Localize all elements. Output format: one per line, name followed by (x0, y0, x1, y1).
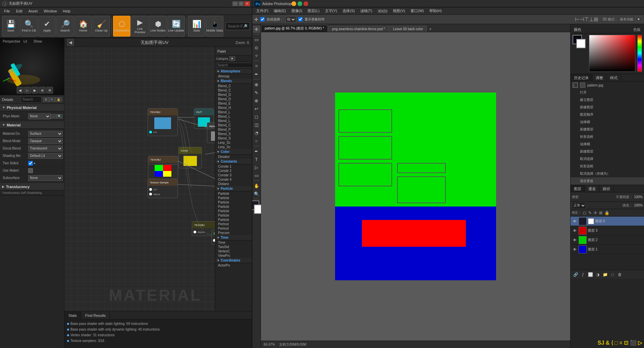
palette-item-vertexc[interactable]: VertexC (215, 249, 252, 253)
layers-blend-select[interactable]: 正常 (572, 202, 586, 209)
details-lock-button[interactable]: 🔒 (55, 97, 62, 102)
history-item-6[interactable]: 新建图层 (571, 126, 644, 133)
search-help-input[interactable] (228, 24, 243, 28)
ps-menu-text[interactable]: 文字(Y) (322, 8, 340, 14)
history-item-12[interactable]: 取消选择（存储为） (571, 170, 644, 177)
stamp-tool[interactable]: ⊗ (253, 97, 260, 104)
palette-item-atmosp[interactable]: Atmosp (215, 74, 252, 78)
phys-mater-select[interactable]: None (28, 113, 51, 119)
ps-menu-window[interactable]: 窗口(W) (408, 8, 427, 14)
save-button[interactable]: 💾 Save (2, 16, 19, 37)
color-fg-bg[interactable] (573, 35, 586, 48)
palette-item-blend2[interactable]: Blend_C (215, 88, 252, 93)
lock-transparent-icon[interactable]: ◻ (583, 211, 586, 215)
palette-item-particle7[interactable]: Particle (215, 218, 252, 222)
palette-cat-time[interactable]: ▼ Time (215, 235, 252, 240)
palette-item-viewprc[interactable]: ViewPrc (215, 253, 252, 258)
palette-item-const1[interactable]: Conste 1 (215, 164, 252, 169)
new-group-button[interactable]: 📁 (602, 272, 608, 278)
history-item-11[interactable]: 矩形选框 (571, 163, 644, 170)
palette-item-blend7[interactable]: Blend_L (215, 110, 252, 114)
layers-tab[interactable]: 图层 (571, 185, 585, 192)
zoom-tool[interactable]: 🔍 (253, 190, 260, 197)
material-header[interactable]: ▼ Material (0, 121, 64, 129)
layer-eye-2[interactable]: 👁 (572, 237, 577, 243)
palette-item-const4[interactable]: Conste 4 (215, 177, 252, 182)
palette-item-blend9[interactable]: Blend_L (215, 119, 252, 123)
node-texture-sample2[interactable]: TEXOBJ (148, 156, 178, 179)
palette-cat-color[interactable]: ▼ Color (215, 149, 252, 155)
ue-maximize-button[interactable]: □ (238, 1, 244, 6)
palette-item-blend10[interactable]: Blend_C (215, 123, 252, 127)
history-brush-tool[interactable]: ↩ (253, 105, 260, 112)
gradient-tool[interactable]: ◫ (253, 121, 260, 128)
magic-wand-tool[interactable]: ✧ (253, 52, 260, 59)
palette-cat-particle[interactable]: ▼ Particle (215, 186, 252, 191)
eyedropper-tool[interactable]: ✒ (253, 70, 260, 78)
palette-item-lerp2[interactable]: Lerp_Sc (215, 145, 252, 149)
stats-tab[interactable]: Stats (64, 311, 81, 320)
ue-menu-edit[interactable]: Edit (13, 8, 25, 14)
lasso-tool[interactable]: ⊙ (253, 44, 260, 51)
ue-menu-help[interactable]: Help (60, 8, 73, 14)
palette-item-blend4[interactable]: Blend_D (215, 97, 252, 101)
stats-button[interactable]: 📊 Stats (188, 16, 205, 37)
palette-item-precom[interactable]: Precom (215, 231, 252, 235)
delete-layer-button[interactable]: 🗑 (617, 272, 623, 278)
connectors-button[interactable]: ⬡ Connectors (113, 16, 130, 37)
palette-item-const2[interactable]: Conste 2 (215, 169, 252, 173)
lock-artboard-icon[interactable]: ⊞ (599, 211, 602, 215)
graph-nav-back[interactable]: ◀ (67, 39, 74, 46)
auto-select-dropdown[interactable]: 组 (285, 16, 296, 23)
new-fill-button[interactable]: ◑ (595, 272, 601, 278)
add-mask-button[interactable]: ⬜ (587, 272, 593, 278)
ps-menu-view[interactable]: 视图(V) (390, 8, 408, 14)
adjust-tab[interactable]: 调整 (592, 74, 607, 81)
layer-item-3[interactable]: 👁 图层 3 (571, 226, 644, 235)
viewport-ctrl-btn4[interactable]: ⊕ (39, 87, 46, 94)
history-item-8[interactable]: 油漆桶 (571, 140, 644, 148)
ps-maximize-button[interactable] (298, 1, 302, 6)
lock-position-icon[interactable]: ✛ (594, 211, 597, 215)
live-nodes-button[interactable]: ⬢ Live Nodes (149, 16, 167, 37)
two-sided-checkbox[interactable] (28, 161, 33, 166)
history-item-0[interactable]: f pattern.jpg (571, 81, 644, 89)
details-search-input[interactable] (22, 98, 40, 101)
blur-tool[interactable]: ◔ (253, 129, 260, 136)
palette-search-input[interactable] (216, 63, 252, 68)
palette-item-const3[interactable]: Conste 3 (215, 173, 252, 177)
ue-menu-window[interactable]: Window (41, 8, 59, 14)
ps-menu-select[interactable]: 选择(S) (340, 8, 358, 14)
swatch-tab-label[interactable]: 色板 (633, 27, 641, 32)
shape-tool[interactable]: ▭ (253, 172, 260, 179)
viewport-ctrl-btn2[interactable]: ▷ (24, 87, 31, 94)
palette-item-lerp1[interactable]: Lerp_Sc (215, 140, 252, 145)
layer-eye-0[interactable]: 👁 (572, 219, 577, 224)
text-tool[interactable]: T (253, 156, 260, 163)
viewport-ctrl-btn1[interactable]: ◀ (17, 87, 23, 94)
paths-tab[interactable]: 路径 (599, 185, 614, 192)
auto-select-checkbox[interactable] (260, 17, 265, 21)
ps-close-button[interactable] (304, 1, 308, 6)
workspace-dropdown-button[interactable]: ▼ (635, 17, 642, 22)
link-layers-button[interactable]: 🔗 (573, 272, 579, 278)
history-item-2[interactable]: 建立图层 (571, 96, 644, 104)
path-select-tool[interactable]: ▷ (253, 164, 260, 171)
ps-tab-1[interactable]: png-seamless-chainlink-fence.psd * (328, 26, 389, 32)
palette-item-time[interactable]: Time (215, 240, 252, 245)
layer-item-0[interactable]: 👁 图层 0 (571, 217, 644, 226)
move-tool[interactable]: ✛ (253, 25, 260, 33)
show-transform-checkbox[interactable] (298, 17, 303, 21)
ue-minimize-button[interactable]: ─ (232, 1, 238, 6)
channels-tab[interactable]: 通道 (585, 185, 599, 192)
palette-item-blend11[interactable]: Blend_P (215, 127, 252, 132)
palette-item-distanc[interactable]: Distanc (215, 182, 252, 186)
ps-menu-image[interactable]: 图像(I) (289, 8, 305, 14)
palette-item-particle1[interactable]: Particle (215, 191, 252, 196)
palette-item-blend13[interactable]: Blend_S (215, 136, 252, 140)
palette-item-blend12[interactable]: Blend_S (215, 132, 252, 136)
palette-item-particle4[interactable]: Particle (215, 205, 252, 209)
dodge-tool[interactable]: ○ (253, 137, 260, 144)
layer-item-1[interactable]: 👁 图层 1 (571, 245, 644, 254)
search-button[interactable]: 🔎 Search (56, 16, 74, 37)
